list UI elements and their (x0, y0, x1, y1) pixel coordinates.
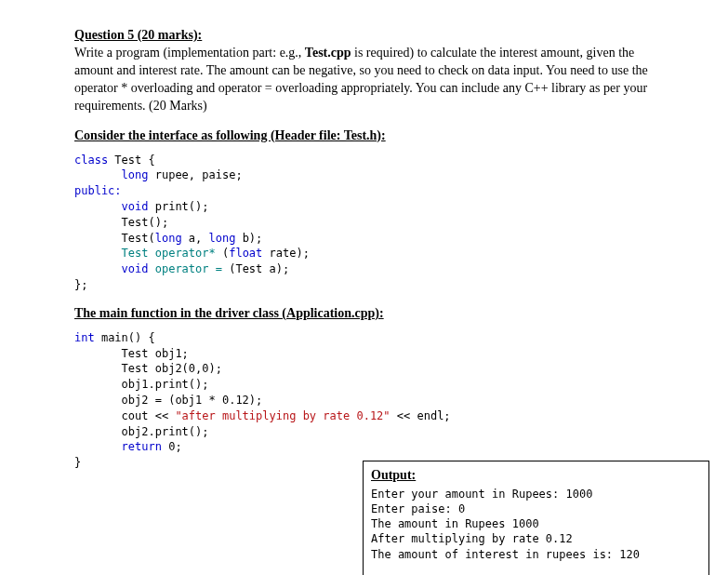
question-prompt: Write a program (implementation part: e.… (74, 45, 654, 115)
output-line: After multiplying by rate 0.12 (371, 531, 701, 546)
output-line: The amount in Rupees 1000 (371, 516, 701, 531)
code-pad (74, 378, 122, 391)
main-fn-heading: The main function in the driver class (A… (74, 306, 654, 321)
code-text: 0; (162, 440, 182, 453)
code-pad (74, 262, 122, 275)
header-code-block: class Test { long rupee, paise; public: … (74, 153, 654, 293)
code-text: cout << (122, 409, 176, 422)
code-text: Test( (122, 232, 155, 245)
kw-int: int (74, 331, 95, 344)
code-pad (74, 247, 122, 260)
code-text: Test(); (122, 216, 169, 229)
output-title: Output: (371, 467, 701, 485)
code-text: a, (182, 232, 209, 245)
kw-long: long (209, 232, 236, 245)
kw-float: float (229, 247, 262, 260)
teal-text: operator = (148, 262, 221, 275)
code-pad (74, 409, 122, 422)
output-line: Enter your amount in Rupees: 1000 (371, 487, 701, 501)
kw-long: long (155, 232, 182, 245)
code-pad (74, 440, 122, 453)
code-text: rupee, paise; (148, 168, 242, 181)
code-pad (74, 168, 122, 181)
code-pad (74, 232, 122, 245)
kw-long: long (122, 168, 149, 181)
code-text: Test obj1; (122, 347, 189, 360)
prompt-prefix: Write a program (implementation part: e.… (74, 46, 305, 60)
code-text: b); (235, 232, 262, 245)
string-literal: "after multiplying by rate 0.12" (175, 409, 390, 422)
code-text: }; (74, 278, 87, 291)
code-pad (74, 347, 122, 360)
code-text: rate); (262, 247, 310, 260)
kw-public: public: (74, 184, 122, 197)
code-text: print(); (148, 200, 208, 213)
code-pad (74, 216, 122, 229)
question-title: Question 5 (20 marks): (74, 28, 654, 43)
code-text: main() { (95, 331, 155, 344)
kw-class: class (74, 154, 108, 167)
code-pad (74, 362, 122, 375)
code-text: obj2.print(); (122, 425, 209, 438)
code-text: << endl; (390, 409, 451, 422)
code-text: ( (216, 247, 229, 260)
code-text: } (74, 456, 81, 469)
output-line: Enter paise: 0 (371, 501, 701, 516)
kw-void: void (122, 262, 149, 275)
code-text: obj1.print(); (122, 378, 209, 391)
main-code-block: int main() { Test obj1; Test obj2(0,0); … (74, 330, 654, 471)
code-text: Test obj2(0,0); (122, 362, 222, 375)
code-pad (74, 394, 122, 407)
teal-text: Test operator* (122, 247, 216, 260)
output-box: Output: Enter your amount in Rupees: 100… (363, 461, 709, 575)
output-line: The amount of interest in rupees is: 120 (371, 547, 701, 562)
code-text: (Test a); (222, 262, 289, 275)
kw-void: void (122, 200, 149, 213)
code-pad (74, 200, 122, 213)
kw-return: return (122, 440, 162, 453)
code-pad (74, 425, 122, 438)
prompt-bold-filename: Test.cpp (305, 46, 351, 60)
code-text: Test { (108, 154, 155, 167)
code-text: obj2 = (obj1 * 0.12); (122, 394, 263, 407)
interface-heading: Consider the interface as following (Hea… (74, 128, 654, 143)
